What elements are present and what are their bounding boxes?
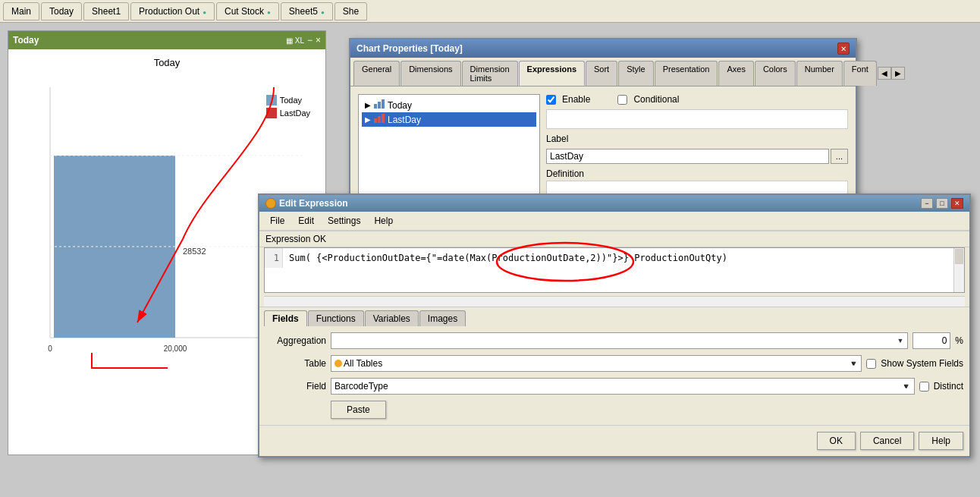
- aggregation-select-wrap: [331, 332, 908, 349]
- table-dropdown-arrow: ▼: [850, 360, 856, 367]
- legend-today: Today: [266, 95, 310, 105]
- tab-style[interactable]: Style: [618, 61, 653, 86]
- menu-edit[interactable]: Edit: [292, 214, 320, 228]
- table-dot: [335, 360, 342, 367]
- label-row: Label: [546, 134, 848, 144]
- bottom-tab-images[interactable]: Images: [419, 310, 466, 326]
- edit-expr-minimize-btn[interactable]: −: [921, 198, 933, 209]
- legend-label-lastday: LastDay: [280, 109, 310, 118]
- percent-sign: %: [955, 335, 963, 346]
- conditional-input-area: [546, 109, 848, 129]
- menu-settings[interactable]: Settings: [322, 214, 366, 228]
- legend-lastday: LastDay: [266, 108, 310, 118]
- chart-ctrl-minimize[interactable]: −: [307, 35, 313, 46]
- tab-production-out[interactable]: Production Out: [130, 2, 215, 20]
- tab-colors[interactable]: Colors: [755, 61, 796, 86]
- expr-layout: ▶ Today ▶ LastDay: [358, 94, 848, 196]
- field-label: Field: [265, 381, 326, 392]
- main-area: Today ▦ XL − × Today 28532 0 20,000: [0, 23, 980, 497]
- table-select-display[interactable]: All Tables ▼: [331, 355, 862, 372]
- tab-presentation[interactable]: Presentation: [655, 61, 718, 86]
- fields-content: Aggregation % Table All Tables ▼: [259, 326, 969, 425]
- edit-expr-menubar: File Edit Settings Help: [259, 212, 969, 231]
- tab-nav-left[interactable]: ◀: [878, 67, 891, 80]
- bar-value-label: 28532: [183, 247, 206, 256]
- chart-ctrl-xl[interactable]: ▦ XL: [286, 36, 304, 45]
- expr-editor-inner: 1 Sum( {<ProductionOutDate={"=date(Max(P…: [265, 248, 964, 268]
- label-input[interactable]: [546, 149, 829, 164]
- conditional-checkbox[interactable]: [617, 95, 627, 105]
- tab-dimensions[interactable]: Dimensions: [400, 61, 460, 86]
- chart-props-title: Chart Properties [Today]: [357, 43, 463, 54]
- chart-props-titlebar: Chart Properties [Today] ✕: [350, 39, 856, 58]
- edit-expr-status: Expression OK: [259, 231, 969, 247]
- menu-help[interactable]: Help: [368, 214, 399, 228]
- edit-expr-title: Edit Expression: [279, 198, 348, 209]
- field-value: BarcodeType: [335, 381, 388, 392]
- label-browse-btn[interactable]: ...: [831, 149, 848, 164]
- bottom-tab-variables[interactable]: Variables: [365, 310, 419, 326]
- expr-bottom-tabs: Fields Functions Variables Images: [259, 307, 969, 326]
- tab-she[interactable]: She: [335, 2, 367, 20]
- conditional-label: Conditional: [633, 94, 679, 105]
- edit-expr-cancel-btn[interactable]: Cancel: [860, 432, 914, 450]
- tab-sheet5[interactable]: Sheet5: [281, 2, 333, 20]
- tab-number[interactable]: Number: [796, 61, 843, 86]
- expr-tree-label-lastday: LastDay: [388, 115, 421, 125]
- chart-props-close[interactable]: ✕: [837, 42, 850, 55]
- bottom-tab-functions[interactable]: Functions: [308, 310, 364, 326]
- expr-scrollbar-h[interactable]: [264, 296, 965, 307]
- menu-file[interactable]: File: [264, 214, 291, 228]
- enable-row: Enable Conditional: [546, 94, 848, 105]
- expr-tree: ▶ Today ▶ LastDay: [358, 94, 540, 196]
- label-input-row: ...: [546, 149, 848, 164]
- tab-sort[interactable]: Sort: [586, 61, 617, 86]
- label-field-label: Label: [546, 134, 568, 144]
- expressions-tab-content: ▶ Today ▶ LastDay: [350, 87, 856, 203]
- tab-sheet1[interactable]: Sheet1: [83, 2, 129, 20]
- expr-tree-item-today[interactable]: ▶ Today: [362, 98, 536, 112]
- chart-ctrl-close[interactable]: ×: [316, 35, 321, 46]
- definition-label: Definition: [546, 168, 584, 179]
- chart-props-tabbar: General Dimensions Dimension Limits Expr…: [350, 58, 856, 87]
- chart-controls: ▦ XL − ×: [286, 35, 321, 46]
- tab-nav-right[interactable]: ▶: [891, 67, 905, 80]
- field-select-wrap: BarcodeType ▼: [331, 378, 915, 395]
- tab-general[interactable]: General: [353, 61, 400, 86]
- edit-expr-window-controls: − □ ✕: [921, 198, 963, 209]
- expression-editor[interactable]: 1 Sum( {<ProductionOutDate={"=date(Max(P…: [264, 247, 965, 293]
- tab-font[interactable]: Font: [843, 61, 877, 86]
- expr-scrollbar-v[interactable]: [953, 248, 964, 292]
- definition-row: Definition: [546, 168, 848, 179]
- tab-axes[interactable]: Axes: [718, 61, 753, 86]
- tab-cut-stock[interactable]: Cut Stock: [216, 2, 279, 20]
- table-label: Table: [265, 358, 326, 369]
- edit-expr-help-btn[interactable]: Help: [919, 432, 963, 450]
- edit-expr-ok-btn[interactable]: OK: [817, 432, 856, 450]
- paste-row: Paste: [331, 401, 963, 419]
- expand-icon-today[interactable]: ▶: [365, 101, 371, 109]
- bottom-tab-fields[interactable]: Fields: [264, 310, 307, 326]
- table-select-wrap: All Tables ▼: [331, 355, 862, 372]
- show-system-fields-checkbox[interactable]: [866, 359, 876, 369]
- tab-dim-limits[interactable]: Dimension Limits: [462, 61, 518, 86]
- expr-right-panel: Enable Conditional Label ... Definit: [546, 94, 848, 196]
- code-area[interactable]: Sum( {<ProductionOutDate={"=date(Max(Pro…: [283, 248, 964, 268]
- field-select-display[interactable]: BarcodeType ▼: [331, 378, 915, 395]
- scrollbar-thumb[interactable]: [955, 249, 963, 264]
- tab-today[interactable]: Today: [41, 2, 82, 20]
- expand-icon-lastday[interactable]: ▶: [365, 115, 371, 124]
- paste-btn[interactable]: Paste: [331, 401, 386, 419]
- edit-expr-restore-btn[interactable]: □: [936, 198, 948, 209]
- bar-icon-lastday: [374, 114, 385, 125]
- enable-checkbox[interactable]: [546, 95, 556, 105]
- svg-rect-11: [378, 116, 381, 123]
- aggregation-percent-input[interactable]: [912, 332, 950, 349]
- expr-tree-item-lastday[interactable]: ▶ LastDay: [362, 112, 536, 127]
- tab-main[interactable]: Main: [3, 2, 39, 20]
- legend-color-today: [266, 95, 277, 105]
- tab-expressions[interactable]: Expressions: [519, 61, 585, 86]
- edit-expr-close-btn[interactable]: ✕: [951, 198, 963, 209]
- distinct-checkbox[interactable]: [919, 382, 929, 392]
- aggregation-select[interactable]: [331, 332, 908, 349]
